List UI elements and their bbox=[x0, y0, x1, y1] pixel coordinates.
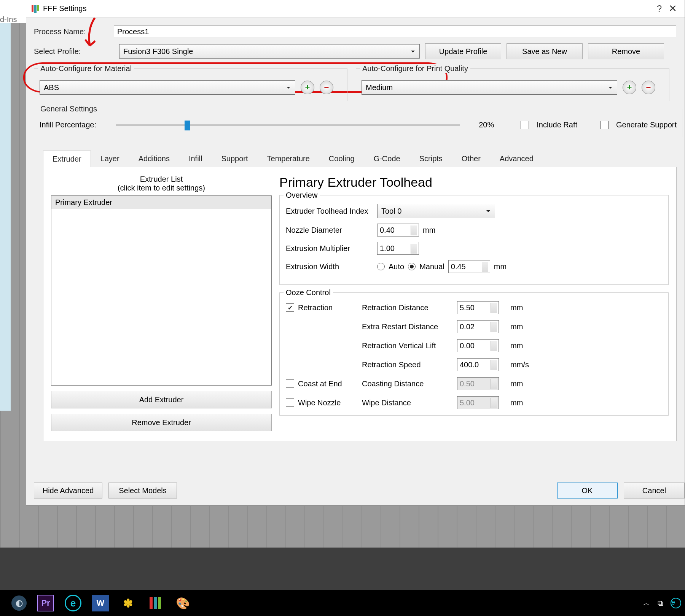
nozzle-unit: mm bbox=[423, 226, 435, 235]
add-material-button[interactable]: + bbox=[301, 81, 314, 94]
wipe-checkbox[interactable] bbox=[286, 398, 294, 407]
select-profile-label: Select Profile: bbox=[34, 47, 114, 56]
extruder-list-title: Extruder List bbox=[140, 175, 183, 184]
bg-tab-label: d-Ins bbox=[0, 15, 17, 24]
taskbar-paint-icon[interactable]: 🎨 bbox=[174, 595, 191, 611]
nozzle-diameter-input[interactable]: 0.40 bbox=[377, 224, 419, 237]
taskbar-steam-icon[interactable]: ◐ bbox=[11, 595, 27, 611]
infill-slider[interactable] bbox=[116, 124, 460, 126]
retraction-speed-input[interactable]: 400.0 bbox=[457, 358, 499, 371]
coast-checkbox[interactable] bbox=[286, 379, 294, 388]
close-button[interactable]: ✕ bbox=[666, 3, 679, 14]
tab-advanced[interactable]: Advanced bbox=[490, 150, 543, 167]
infill-slider-thumb[interactable] bbox=[185, 121, 190, 130]
retraction-distance-label: Retraction Distance bbox=[362, 303, 457, 312]
taskbar-tray[interactable]: ︿ ⧉ e bbox=[643, 590, 681, 616]
taskbar-star-icon[interactable]: ✽ bbox=[119, 595, 136, 611]
tab-extruder[interactable]: Extruder bbox=[43, 151, 91, 167]
vertical-lift-unit: mm bbox=[510, 341, 533, 350]
retraction-distance-input[interactable]: 5.50 bbox=[457, 301, 499, 314]
tab-additions[interactable]: Additions bbox=[129, 150, 179, 167]
extrusion-multiplier-input[interactable]: 1.00 bbox=[377, 242, 419, 255]
general-title: General Settings bbox=[38, 105, 99, 113]
tab-other[interactable]: Other bbox=[452, 150, 490, 167]
extruder-tab-body: Extruder List (click item to edit settin… bbox=[43, 167, 677, 441]
save-as-new-button[interactable]: Save as New bbox=[507, 43, 583, 59]
wipe-distance-label: Wipe Distance bbox=[362, 398, 457, 407]
remove-extruder-button[interactable]: Remove Extruder bbox=[51, 414, 272, 431]
retraction-speed-label: Retraction Speed bbox=[362, 360, 457, 369]
extra-restart-label: Extra Restart Distance bbox=[362, 322, 457, 331]
tray-eset-icon[interactable]: e bbox=[671, 598, 681, 608]
help-button[interactable]: ? bbox=[652, 3, 666, 14]
coasting-distance-unit: mm bbox=[510, 379, 533, 388]
process-name-label: Process Name: bbox=[34, 27, 114, 36]
coasting-distance-input: 0.50 bbox=[457, 377, 499, 390]
retraction-speed-unit: mm/s bbox=[510, 360, 533, 369]
tray-expand-icon[interactable]: ︿ bbox=[643, 599, 650, 608]
tab-temperature[interactable]: Temperature bbox=[258, 150, 319, 167]
coasting-distance-label: Coasting Distance bbox=[362, 379, 457, 388]
tab-scripts[interactable]: Scripts bbox=[410, 150, 452, 167]
overview-fieldset: Overview Extruder Toolhead Index Tool 0 … bbox=[279, 195, 669, 285]
taskbar-simplify3d-icon[interactable] bbox=[147, 595, 164, 611]
select-models-button[interactable]: Select Models bbox=[108, 483, 177, 499]
tab-cooling[interactable]: Cooling bbox=[319, 150, 364, 167]
ok-button[interactable]: OK bbox=[557, 483, 618, 499]
tab-support[interactable]: Support bbox=[212, 150, 257, 167]
ooze-title: Ooze Control bbox=[284, 288, 333, 297]
tab-layer[interactable]: Layer bbox=[91, 150, 129, 167]
auto-material-title: Auto-Configure for Material bbox=[38, 64, 134, 73]
retraction-checkbox[interactable] bbox=[286, 303, 294, 312]
toolhead-index-label: Extruder Toolhead Index bbox=[286, 207, 373, 216]
retraction-distance-unit: mm bbox=[510, 303, 533, 312]
generate-support-checkbox[interactable] bbox=[600, 121, 609, 129]
include-raft-checkbox[interactable] bbox=[521, 121, 529, 129]
process-name-input[interactable] bbox=[114, 25, 676, 38]
taskbar-edge-icon[interactable]: e bbox=[65, 595, 81, 611]
tab-infill[interactable]: Infill bbox=[179, 150, 212, 167]
quality-combo[interactable]: Medium bbox=[362, 80, 617, 95]
material-combo[interactable]: ABS bbox=[40, 80, 295, 95]
app-icon bbox=[32, 5, 39, 13]
infill-value: 20% bbox=[467, 121, 494, 129]
vertical-lift-input[interactable]: 0.00 bbox=[457, 339, 499, 352]
general-settings-group: General Settings Infill Percentage: 20% … bbox=[34, 109, 682, 137]
tray-dropbox-icon[interactable]: ⧉ bbox=[658, 599, 663, 608]
extruder-list-item[interactable]: Primary Extruder bbox=[51, 196, 271, 209]
add-quality-button[interactable]: + bbox=[623, 81, 636, 94]
generate-support-label: Generate Support bbox=[616, 121, 677, 129]
taskbar-premiere-icon[interactable]: Pr bbox=[37, 595, 54, 611]
extrusion-width-input[interactable]: 0.45 bbox=[448, 260, 490, 273]
add-extruder-button[interactable]: Add Extruder bbox=[51, 391, 272, 408]
overview-title: Overview bbox=[284, 191, 320, 200]
remove-material-button[interactable]: − bbox=[320, 81, 333, 94]
taskbar-word-icon[interactable]: W bbox=[92, 595, 109, 611]
width-manual-radio[interactable] bbox=[408, 263, 416, 270]
bg-left-panel bbox=[0, 23, 11, 411]
include-raft-label: Include Raft bbox=[537, 121, 577, 129]
wipe-label: Wipe Nozzle bbox=[298, 398, 341, 407]
remove-quality-button[interactable]: − bbox=[642, 81, 655, 94]
taskbar[interactable]: ◐ Pr e W ✽ 🎨 ︿ ⧉ e bbox=[0, 590, 685, 616]
remove-profile-button[interactable]: Remove bbox=[588, 43, 664, 59]
update-profile-button[interactable]: Update Profile bbox=[425, 43, 501, 59]
width-manual-label: Manual bbox=[419, 262, 444, 271]
hide-advanced-button[interactable]: Hide Advanced bbox=[34, 483, 102, 499]
retraction-label: Retraction bbox=[298, 303, 333, 312]
toolhead-index-combo[interactable]: Tool 0 bbox=[377, 204, 495, 218]
extruder-list[interactable]: Primary Extruder bbox=[51, 195, 272, 386]
profile-combo[interactable]: Fusion3 F306 Single bbox=[119, 44, 420, 59]
extrusion-multiplier-label: Extrusion Multiplier bbox=[286, 244, 373, 253]
extra-restart-input[interactable]: 0.02 bbox=[457, 320, 499, 333]
titlebar[interactable]: FFF Settings ? ✕ bbox=[26, 0, 685, 17]
tab-gcode[interactable]: G-Code bbox=[364, 150, 410, 167]
extrusion-width-label: Extrusion Width bbox=[286, 262, 373, 271]
settings-tabs: Extruder Layer Additions Infill Support … bbox=[43, 150, 677, 167]
ooze-control-fieldset: Ooze Control Retraction Retraction Dista… bbox=[279, 292, 669, 416]
auto-configure-quality-group: Auto-Configure for Print Quality Medium … bbox=[356, 68, 669, 101]
width-auto-label: Auto bbox=[389, 262, 404, 271]
width-auto-radio[interactable] bbox=[377, 263, 385, 270]
wipe-distance-unit: mm bbox=[510, 398, 533, 407]
cancel-button[interactable]: Cancel bbox=[624, 483, 685, 499]
